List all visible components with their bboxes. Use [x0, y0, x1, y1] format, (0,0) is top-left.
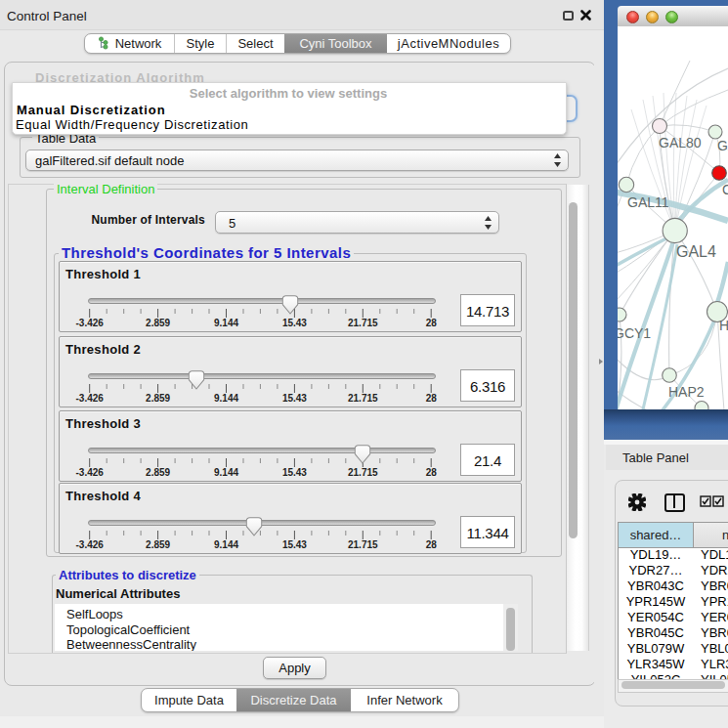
svg-text:GA: GA	[717, 138, 728, 153]
svg-text:GAL4: GAL4	[676, 243, 716, 260]
svg-text:GAL80: GAL80	[659, 135, 702, 150]
svg-text:GCY1: GCY1	[618, 325, 651, 341]
svg-text:C: C	[722, 182, 728, 197]
svg-text:GAL11: GAL11	[627, 194, 669, 210]
svg-text:H: H	[719, 318, 728, 333]
svg-text:HAP2: HAP2	[668, 384, 705, 400]
